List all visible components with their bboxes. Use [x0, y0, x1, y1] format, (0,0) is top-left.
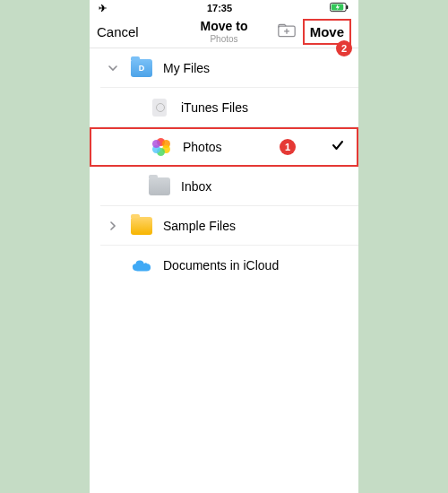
list-item-photos[interactable]: Photos 1 [90, 127, 358, 167]
list-item-label: My Files [163, 61, 346, 75]
list-item-label: Photos [183, 140, 280, 154]
list-item-label: Sample Files [163, 219, 346, 233]
battery-charging-icon [330, 2, 349, 14]
list-item-inbox[interactable]: Inbox [100, 167, 358, 206]
cloud-icon [127, 251, 156, 280]
status-bar: ✈ 17:35 [90, 0, 358, 16]
annotation-badge-1: 1 [280, 139, 296, 155]
list-item-label: iTunes Files [181, 100, 346, 115]
checkmark-icon [332, 139, 344, 155]
photos-icon [147, 133, 176, 161]
status-left: ✈ [99, 3, 109, 14]
chevron-right-icon[interactable] [104, 221, 122, 230]
itunes-icon [145, 93, 174, 122]
nav-title: Move to [201, 20, 248, 33]
chevron-down-icon[interactable] [104, 64, 122, 73]
list-item-icloud[interactable]: Documents in iCloud [100, 246, 358, 285]
list-item-itunes[interactable]: iTunes Files [100, 88, 358, 127]
nav-bar: Cancel Move to Photos Move 2 [90, 16, 358, 48]
list-item-sample[interactable]: Sample Files [100, 206, 358, 246]
folder-icon [127, 212, 156, 240]
move-button[interactable]: Move 2 [303, 19, 351, 45]
list-item-label: Inbox [181, 179, 346, 194]
svg-rect-2 [347, 5, 349, 9]
nav-title-group: Move to Photos [201, 20, 248, 43]
status-time: 17:35 [207, 3, 232, 13]
cancel-button[interactable]: Cancel [97, 24, 139, 39]
move-button-label: Move [310, 24, 344, 39]
list-item-myfiles[interactable]: D My Files [100, 48, 358, 88]
new-folder-icon[interactable] [278, 23, 296, 41]
nav-subtitle: Photos [201, 34, 248, 44]
folder-icon: D [127, 54, 156, 82]
airplane-mode-icon: ✈ [99, 3, 107, 14]
folder-icon [145, 172, 174, 201]
nav-right: Move 2 [278, 19, 351, 45]
folder-list: D My Files iTunes Files Photos 1 Inbox [90, 48, 358, 285]
move-to-screen: ✈ 17:35 Cancel Move to Photos Move 2 [90, 0, 358, 493]
list-item-label: Documents in iCloud [163, 258, 346, 272]
